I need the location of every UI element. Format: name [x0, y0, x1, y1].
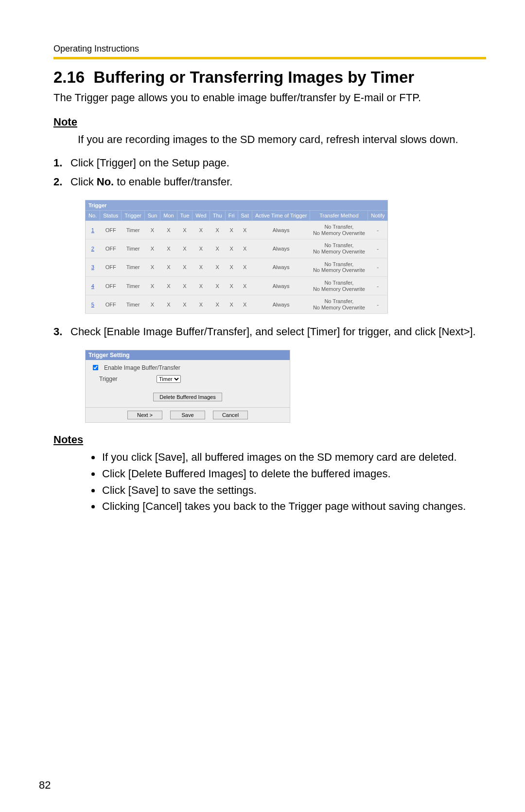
- trigger-day: X: [177, 258, 192, 276]
- trigger-no-link[interactable]: 5: [86, 295, 100, 314]
- trigger-day: X: [225, 258, 238, 276]
- trigger-notify: -: [368, 276, 388, 295]
- notes-heading: Notes: [53, 433, 486, 446]
- trigger-day: X: [177, 276, 192, 295]
- step-number: 3.: [53, 325, 62, 339]
- trigger-no-link[interactable]: 1: [86, 221, 100, 239]
- intro-paragraph: The Trigger page allows you to enable im…: [53, 91, 486, 104]
- trigger-table-header: Trigger: [122, 211, 144, 221]
- trigger-day: X: [192, 221, 210, 239]
- trigger-day: X: [177, 239, 192, 258]
- step-text-post: to enable buffer/transfer.: [114, 176, 232, 188]
- next-button[interactable]: Next >: [127, 411, 162, 419]
- trigger-type: Timer: [122, 221, 144, 239]
- trigger-day: X: [177, 295, 192, 314]
- trigger-table-header: No.: [86, 211, 100, 221]
- delete-buffered-images-button[interactable]: Delete Buffered Images: [153, 393, 222, 401]
- trigger-label: Trigger: [99, 376, 153, 382]
- trigger-day: X: [238, 258, 252, 276]
- trigger-no-link[interactable]: 2: [86, 239, 100, 258]
- trigger-transfer-method: No Transfer,No Memory Overwrite: [310, 239, 368, 258]
- running-head: Operating Instructions: [53, 44, 486, 54]
- trigger-table-title: Trigger: [86, 200, 388, 211]
- trigger-table-header: Status: [100, 211, 122, 221]
- page: Operating Instructions 2.16 Buffering or…: [0, 0, 525, 812]
- trigger-table: Trigger No.StatusTriggerSunMonTueWedThuF…: [85, 200, 388, 314]
- trigger-table-figure: Trigger No.StatusTriggerSunMonTueWedThuF…: [85, 200, 486, 314]
- step-number: 1.: [53, 156, 62, 170]
- note-body: If you are recording images to the SD me…: [78, 132, 486, 147]
- section-heading: 2.16 Buffering or Transferring Images by…: [53, 68, 486, 87]
- steps-list-cont: 3. Check [Enable Image Buffer/Transfer],…: [53, 325, 486, 339]
- table-row: 2OFFTimerXXXXXXXAlwaysNo Transfer,No Mem…: [86, 239, 388, 258]
- trigger-table-header: Active Time of Trigger: [252, 211, 310, 221]
- cancel-button[interactable]: Cancel: [213, 411, 248, 419]
- section-title: Buffering or Transferring Images by Time…: [94, 68, 415, 86]
- step-text-bold: No.: [97, 176, 114, 188]
- enable-buffer-checkbox[interactable]: [93, 365, 99, 371]
- trigger-status: OFF: [100, 221, 122, 239]
- trigger-day: X: [160, 258, 177, 276]
- trigger-day: X: [192, 239, 210, 258]
- trigger-day: X: [225, 239, 238, 258]
- step-text: Click [Trigger] on the Setup page.: [70, 157, 229, 169]
- trigger-day: X: [225, 221, 238, 239]
- trigger-status: OFF: [100, 276, 122, 295]
- trigger-table-header: Transfer Method: [310, 211, 368, 221]
- table-row: 4OFFTimerXXXXXXXAlwaysNo Transfer,No Mem…: [86, 276, 388, 295]
- trigger-table-header: Wed: [192, 211, 210, 221]
- trigger-day: X: [192, 295, 210, 314]
- trigger-type: Timer: [122, 258, 144, 276]
- trigger-no-link[interactable]: 3: [86, 258, 100, 276]
- trigger-day: X: [144, 258, 160, 276]
- trigger-day: X: [238, 276, 252, 295]
- trigger-table-header: Tue: [177, 211, 192, 221]
- trigger-active-time: Always: [252, 295, 310, 314]
- trigger-setting-title: Trigger Setting: [86, 350, 290, 360]
- save-button[interactable]: Save: [170, 411, 205, 419]
- trigger-day: X: [238, 295, 252, 314]
- accent-rule: [53, 57, 486, 59]
- list-item: Click [Save] to save the settings.: [101, 483, 486, 498]
- trigger-transfer-method: No Transfer,No Memory Overwrite: [310, 258, 368, 276]
- trigger-active-time: Always: [252, 221, 310, 239]
- trigger-status: OFF: [100, 239, 122, 258]
- step-number: 2.: [53, 175, 62, 189]
- table-row: 3OFFTimerXXXXXXXAlwaysNo Transfer,No Mem…: [86, 258, 388, 276]
- list-item: If you click [Save], all buffered images…: [101, 450, 486, 465]
- trigger-type: Timer: [122, 276, 144, 295]
- steps-list: 1. Click [Trigger] on the Setup page. 2.…: [53, 156, 486, 189]
- step-1: 1. Click [Trigger] on the Setup page.: [53, 156, 486, 170]
- trigger-table-header: Notify: [368, 211, 388, 221]
- trigger-status: OFF: [100, 295, 122, 314]
- trigger-notify: -: [368, 295, 388, 314]
- trigger-table-header: Thu: [210, 211, 225, 221]
- trigger-active-time: Always: [252, 239, 310, 258]
- trigger-active-time: Always: [252, 276, 310, 295]
- trigger-type: Timer: [122, 295, 144, 314]
- trigger-day: X: [160, 221, 177, 239]
- trigger-type: Timer: [122, 239, 144, 258]
- step-text-pre: Click: [70, 176, 97, 188]
- trigger-select[interactable]: Timer: [157, 375, 181, 383]
- trigger-no-link[interactable]: 4: [86, 276, 100, 295]
- trigger-setting-panel: Trigger Setting Enable Image Buffer/Tran…: [85, 350, 290, 423]
- trigger-day: X: [144, 276, 160, 295]
- list-item: Clicking [Cancel] takes you back to the …: [101, 499, 486, 514]
- trigger-notify: -: [368, 221, 388, 239]
- trigger-notify: -: [368, 239, 388, 258]
- trigger-day: X: [144, 221, 160, 239]
- trigger-day: X: [144, 295, 160, 314]
- trigger-day: X: [210, 258, 225, 276]
- trigger-day: X: [160, 239, 177, 258]
- step-3: 3. Check [Enable Image Buffer/Transfer],…: [53, 325, 486, 339]
- trigger-day: X: [192, 276, 210, 295]
- trigger-day: X: [144, 239, 160, 258]
- trigger-transfer-method: No Transfer,No Memory Overwrite: [310, 221, 368, 239]
- notes-list: If you click [Save], all buffered images…: [78, 450, 486, 514]
- note-heading: Note: [53, 116, 486, 128]
- step-text: Check [Enable Image Buffer/Transfer], an…: [70, 325, 476, 338]
- trigger-transfer-method: No Transfer,No Memory Overwrite: [310, 276, 368, 295]
- trigger-day: X: [210, 239, 225, 258]
- trigger-table-header: Sat: [238, 211, 252, 221]
